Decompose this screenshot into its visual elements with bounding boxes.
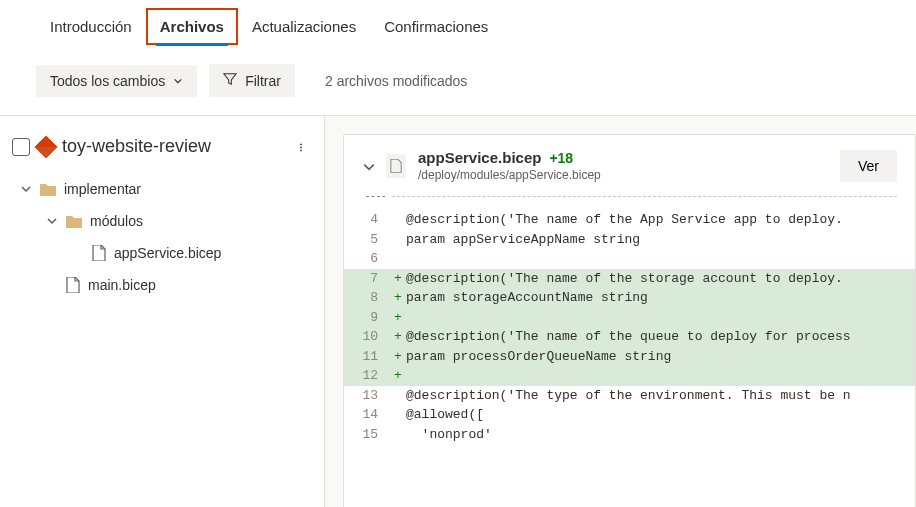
diff-gutter: + [390,269,406,289]
line-number: 15 [344,425,390,445]
code-line: 7+@description('The name of the storage … [344,269,915,289]
repo-name: toy-website-review [62,136,283,157]
document-icon [386,154,406,178]
code-text: param storageAccountName string [406,288,915,308]
all-changes-label: Todos los cambios [50,73,165,89]
tree-folder[interactable]: módulos [42,205,324,237]
diff-gutter: + [390,366,406,386]
tab-files[interactable]: Archivos [146,8,238,45]
tabs-bar: Introducción Archivos Actualizaciones Co… [0,0,916,46]
line-number: 7 [344,269,390,289]
code-line: 10+@description('The name of the queue t… [344,327,915,347]
code-text: 'nonprod' [406,425,915,445]
code-line: 6 [344,249,915,269]
diff-panel: appService.bicep +18 /deploy/modules/app… [325,116,916,507]
diff-gutter [390,210,406,230]
toolbar: Todos los cambios Filtrar 2 archivos mod… [0,46,916,115]
tree-file[interactable]: main.bicep [42,269,324,301]
folder-label: módulos [90,213,143,229]
diff-additions: +18 [549,150,573,166]
file-diff-card: appService.bicep +18 /deploy/modules/app… [343,134,916,507]
tree-folder[interactable]: implementar [16,173,324,205]
line-number: 11 [344,347,390,367]
tree-file[interactable]: appService.bicep [68,237,324,269]
more-icon[interactable]: ··· [291,136,312,157]
diff-gutter: + [390,347,406,367]
diff-gutter [390,425,406,445]
diff-gutter [390,249,406,269]
code-text: param processOrderQueueName string [406,347,915,367]
code-text: param appServiceAppName string [406,230,915,250]
folder-icon [40,183,56,196]
diff-skip-marker: ---- [362,196,897,210]
content: toy-website-review ··· implementar [0,115,916,507]
line-number: 10 [344,327,390,347]
file-tree: implementar módulos [0,161,324,301]
code-line: 14@allowed([ [344,405,915,425]
file-path: /deploy/modules/appService.bicep [418,168,828,182]
code-line: 11+param processOrderQueueName string [344,347,915,367]
file-label: appService.bicep [114,245,221,261]
file-icon [92,245,106,261]
tab-intro[interactable]: Introducción [36,8,146,45]
file-label: main.bicep [88,277,156,293]
code-line: 9+ [344,308,915,328]
chevron-down-icon [46,215,58,227]
tab-updates[interactable]: Actualizaciones [238,8,370,45]
file-icon [66,277,80,293]
code-text [406,366,915,386]
filter-icon [223,72,237,89]
folder-icon [66,215,82,228]
line-number: 12 [344,366,390,386]
diff-gutter: + [390,288,406,308]
code-text [406,308,915,328]
code-text: @description('The name of the App Servic… [406,210,915,230]
files-summary: 2 archivos modificados [325,73,467,89]
chevron-down-icon [20,183,32,195]
repo-icon [35,135,58,158]
code-text [406,249,915,269]
line-number: 6 [344,249,390,269]
tree-root-row[interactable]: toy-website-review ··· [0,132,324,161]
chevron-down-icon [173,76,183,86]
line-number: 14 [344,405,390,425]
code-text: @description('The name of the queue to d… [406,327,915,347]
line-number: 9 [344,308,390,328]
code-text: @description('The name of the storage ac… [406,269,915,289]
code-diff: 4@description('The name of the App Servi… [344,210,915,444]
diff-gutter [390,386,406,406]
code-line: 4@description('The name of the App Servi… [344,210,915,230]
diff-gutter [390,230,406,250]
code-text: @allowed([ [406,405,915,425]
folder-label: implementar [64,181,141,197]
line-number: 8 [344,288,390,308]
all-changes-dropdown[interactable]: Todos los cambios [36,65,197,97]
chevron-down-icon[interactable] [362,160,374,172]
code-line: 15 'nonprod' [344,425,915,445]
diff-gutter: + [390,327,406,347]
file-header: appService.bicep +18 /deploy/modules/app… [344,135,915,196]
view-button[interactable]: Ver [840,150,897,182]
line-number: 4 [344,210,390,230]
file-tree-sidebar: toy-website-review ··· implementar [0,116,325,507]
filter-label: Filtrar [245,73,281,89]
line-number: 5 [344,230,390,250]
diff-gutter [390,405,406,425]
diff-gutter: + [390,308,406,328]
file-name: appService.bicep [418,149,541,166]
code-line: 8+param storageAccountName string [344,288,915,308]
tab-confirmations[interactable]: Confirmaciones [370,8,502,45]
tree-checkbox[interactable] [12,138,30,156]
line-number: 13 [344,386,390,406]
code-line: 5param appServiceAppName string [344,230,915,250]
filter-button[interactable]: Filtrar [209,64,295,97]
code-line: 12+ [344,366,915,386]
code-line: 13@description('The type of the environm… [344,386,915,406]
code-text: @description('The type of the environmen… [406,386,915,406]
